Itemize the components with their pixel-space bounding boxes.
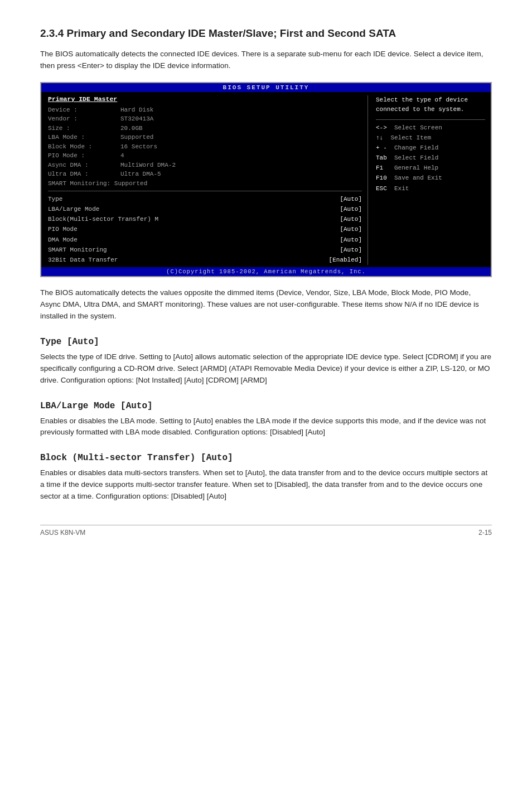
after-bios-paragraph: The BIOS automatically detects the value… [40,287,492,322]
bios-left-panel: Primary IDE Master Device : Hard Disk Ve… [41,95,368,265]
footer-page: 2-15 [478,529,492,537]
bios-footer: (C)Copyright 1985-2002, American Megatre… [41,267,491,276]
footer-divider [40,525,492,525]
bios-info-async: Async DMA : MultiWord DMA-2 [48,161,362,170]
bios-key-select-screen: <-> Select Screen [376,123,485,133]
subsection-lba-heading: LBA/Large Mode [Auto] [40,401,492,411]
bios-screenshot: BIOS SETUP UTILITY Primary IDE Master De… [40,82,492,277]
bios-option-pio-mode: PIO Mode [Auto] [48,224,362,234]
bios-title: BIOS SETUP UTILITY [41,83,491,92]
bios-info-vendor: Vendor : ST320413A [48,114,362,124]
bios-option-smart: SMART Monitoring [Auto] [48,245,362,255]
bios-option-dma-mode: DMA Mode [Auto] [48,235,362,245]
subsection-lba-text: Enables or disables the LBA mode. Settin… [40,416,492,439]
subsection-block-text: Enables or disables data multi-sectors t… [40,467,492,503]
page-footer: ASUS K8N-VM 2-15 [40,529,492,537]
bios-option-type: Type [Auto] [48,194,362,204]
bios-info-ultra: Ultra DMA : Ultra DMA-5 [48,170,362,179]
footer-product: ASUS K8N-VM [40,529,85,537]
bios-section-title: Primary IDE Master [48,95,362,103]
bios-keys: <-> Select Screen ↑↓ Select Item + - Cha… [376,123,485,194]
bios-option-lba-large: LBA/Large Mode [Auto] [48,204,362,214]
bios-info-block: Block Mode : 16 Sectors [48,142,362,152]
subsection-lba: LBA/Large Mode [Auto] Enables or disable… [40,401,492,439]
bios-info-lba: LBA Mode : Supported [48,133,362,142]
subsection-type-heading: Type [Auto] [40,337,492,347]
bios-right-panel: Select the type of device connected to t… [368,95,491,265]
bios-option-block-multi: Block(Multi-sector Transfer) M [Auto] [48,214,362,224]
bios-option-32bit: 32Bit Data Transfer [Enabled] [48,255,362,265]
heading-title: Primary and Secondary IDE Master/Slave; … [67,27,396,39]
bios-info-size: Size : 20.0GB [48,124,362,133]
bios-key-exit: ESC Exit [376,183,485,194]
bios-right-help: Select the type of device connected to t… [376,95,485,115]
bios-info-device: Device : Hard Disk [48,105,362,115]
bios-key-select-item: ↑↓ Select Item [376,133,485,143]
subsection-type-text: Selects the type of IDE drive. Setting t… [40,351,492,386]
bios-key-general-help: F1 General Help [376,163,485,173]
subsection-block-heading: Block (Multi-sector Transfer) [Auto] [40,453,492,463]
intro-paragraph: The BIOS automatically detects the conne… [40,49,492,72]
bios-smart-row: SMART Monitoring: Supported [48,179,362,189]
bios-key-select-field: Tab Select Field [376,153,485,163]
bios-key-save-exit: F10 Save and Exit [376,173,485,183]
subsection-block: Block (Multi-sector Transfer) [Auto] Ena… [40,453,492,503]
bios-info-pio: PIO Mode : 4 [48,151,362,161]
bios-info-rows: Device : Hard Disk Vendor : ST320413A Si… [48,105,362,179]
heading-number: 2.3.4 [40,27,64,39]
subsection-type: Type [Auto] Selects the type of IDE driv… [40,337,492,386]
bios-options: Type [Auto] LBA/Large Mode [Auto] Block(… [48,194,362,265]
bios-key-change-field: + - Change Field [376,143,485,153]
section-heading: 2.3.4 Primary and Secondary IDE Master/S… [40,27,492,41]
